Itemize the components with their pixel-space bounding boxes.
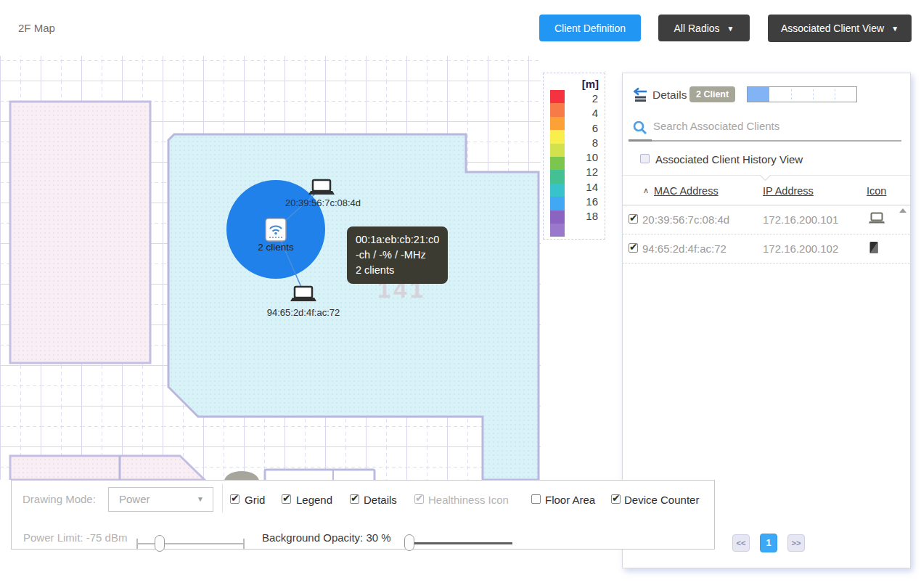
client-mac-label: 20:39:56:7c:08:4d: [264, 197, 382, 208]
ap-client-count-label: 2 clients: [240, 242, 312, 253]
power-limit-slider[interactable]: [137, 543, 244, 544]
sort-asc-icon: ∧: [643, 186, 649, 195]
drawing-mode-value: Power: [119, 493, 150, 505]
pagination-prev-button[interactable]: <<: [732, 534, 750, 552]
client-table-row[interactable]: 20:39:56:7c:08:4d 172.16.200.101: [623, 205, 910, 234]
table-scroll-up-arrow[interactable]: [899, 208, 906, 213]
floor-plan-svg: [0, 40, 541, 480]
pagination-next-button[interactable]: >>: [787, 534, 805, 552]
room-pink-bottom: [10, 456, 205, 480]
power-limit-slider-handle[interactable]: [155, 535, 165, 552]
distance-legend: [m] 24681012141618: [543, 73, 605, 240]
search-icon: [632, 120, 648, 136]
phone-icon: [869, 241, 879, 256]
client-definition-button[interactable]: Client Definition: [539, 15, 641, 41]
floor-area-checkbox[interactable]: [531, 494, 541, 504]
cell-ip: 172.16.200.101: [763, 213, 838, 226]
associated-client-view-label: Associated Client View: [781, 23, 884, 34]
laptop-icon: [869, 212, 885, 226]
chevron-down-icon: ▼: [197, 495, 204, 503]
details-checkbox[interactable]: [350, 494, 359, 504]
background-opacity-slider-handle[interactable]: [404, 534, 414, 551]
legend-checkbox[interactable]: [282, 494, 291, 504]
cell-mac: 20:39:56:7c:08:4d: [642, 213, 729, 226]
room-pink-left: [10, 102, 150, 363]
all-radios-label: All Radios: [674, 23, 720, 34]
power-limit-label: Power Limit: -75 dBm: [23, 531, 127, 544]
collapse-left-icon[interactable]: [629, 87, 649, 103]
device-counter-label: Device Counter: [624, 494, 699, 506]
column-header-mac[interactable]: MAC Address: [654, 185, 719, 197]
all-radios-dropdown[interactable]: All Radios▼: [658, 15, 750, 41]
page-title: 2F Map: [18, 22, 55, 34]
floor-map-canvas[interactable]: 141 20:39:56:7c:08:4d 94:65:2d:4f:ac:72 …: [0, 40, 541, 480]
cell-mac: 94:65:2d:4f:ac:72: [642, 242, 726, 255]
ap-tooltip: 00:1a:eb:cb:21:c0 -ch / -% / -MHz 2 clie…: [347, 226, 448, 284]
access-point-icon[interactable]: [266, 219, 286, 241]
healthiness-icon-label: Healthiness Icon: [428, 494, 509, 506]
cell-ip: 172.16.200.102: [763, 242, 838, 255]
search-associated-clients-input[interactable]: [653, 120, 893, 132]
client-table-header: ∧ MAC Address IP Address Icon: [623, 179, 910, 205]
details-label: Details: [364, 494, 397, 506]
background-opacity-label: Background Opacity: 30 %: [262, 531, 391, 544]
ap-tooltip-clients: 2 clients: [356, 263, 439, 278]
details-panel-header: Details 2 Client: [623, 73, 910, 117]
column-header-ip[interactable]: IP Address: [763, 185, 814, 197]
healthiness-icon-checkbox: [414, 494, 424, 504]
legend-color-scale: [550, 90, 565, 237]
client-laptop-icon[interactable]: [290, 287, 316, 301]
progress-fill: [748, 87, 769, 102]
app-root: 2F Map Client Definition All Radios▼ Ass…: [0, 0, 921, 588]
chevron-down-icon: ▼: [727, 25, 734, 33]
drawing-mode-select[interactable]: Power ▼: [108, 487, 213, 512]
search-underline: [629, 140, 901, 142]
client-laptop-icon[interactable]: [308, 180, 335, 195]
client-mac-label: 94:65:2d:4f:ac:72: [245, 307, 362, 318]
client-count-badge: 2 Client: [689, 86, 735, 102]
drawing-mode-label: Drawing Mode:: [22, 493, 96, 505]
history-view-checkbox[interactable]: [640, 154, 650, 163]
map-options-toolbar: Drawing Mode: Power ▼ Grid Legend Detail…: [11, 480, 715, 550]
associated-client-view-dropdown[interactable]: Associated Client View▼: [768, 15, 912, 42]
grid-label: Grid: [245, 494, 265, 506]
device-counter-checkbox[interactable]: [611, 494, 621, 504]
load-progressbar: [747, 86, 857, 102]
chevron-down-icon: ▼: [891, 25, 899, 33]
client-table-row[interactable]: 94:65:2d:4f:ac:72 172.16.200.102: [623, 234, 910, 264]
legend-label: Legend: [296, 494, 332, 506]
room-small-bottom: [265, 470, 374, 480]
legend-title: [m]: [582, 78, 599, 90]
row-checkbox[interactable]: [629, 243, 638, 253]
grid-checkbox[interactable]: [230, 494, 240, 504]
legend-tick-labels: 24681012141618: [581, 91, 598, 224]
pagination-page-1-button[interactable]: 1: [760, 534, 777, 552]
row-checkbox[interactable]: [629, 214, 638, 224]
details-title: Details: [652, 89, 687, 102]
ap-tooltip-mac: 00:1a:eb:cb:21:c0: [356, 232, 439, 248]
ap-tooltip-radio: -ch / -% / -MHz: [356, 248, 439, 263]
column-header-icon[interactable]: Icon: [867, 185, 886, 197]
history-view-label: Associated Client History View: [655, 153, 873, 166]
floor-area-label: Floor Area: [545, 494, 595, 506]
search-row: [623, 117, 910, 142]
background-opacity-slider[interactable]: [413, 542, 512, 544]
